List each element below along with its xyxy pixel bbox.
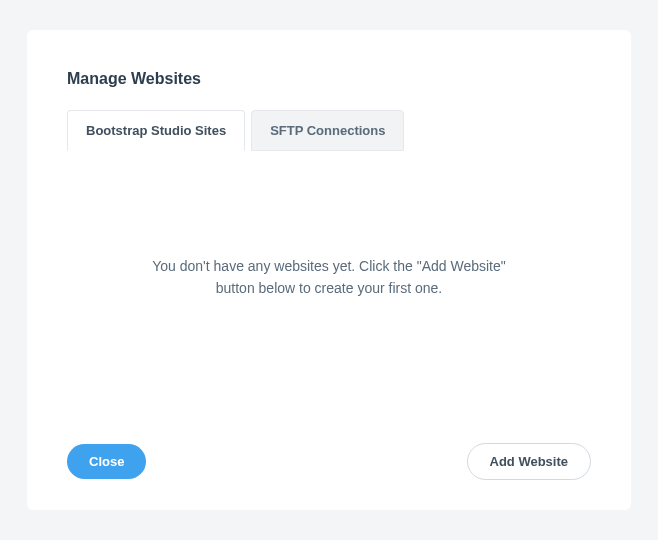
close-button[interactable]: Close (67, 444, 146, 479)
tab-bootstrap-studio-sites[interactable]: Bootstrap Studio Sites (67, 110, 245, 151)
add-website-button[interactable]: Add Website (467, 443, 592, 480)
tab-sftp-connections[interactable]: SFTP Connections (251, 110, 404, 151)
modal-title: Manage Websites (67, 70, 591, 88)
manage-websites-modal: Manage Websites Bootstrap Studio Sites S… (27, 30, 631, 510)
tabs-container: Bootstrap Studio Sites SFTP Connections (67, 110, 591, 151)
modal-footer: Close Add Website (67, 443, 591, 480)
content-area: You don't have any websites yet. Click t… (67, 151, 591, 443)
empty-state-message: You don't have any websites yet. Click t… (149, 255, 509, 300)
